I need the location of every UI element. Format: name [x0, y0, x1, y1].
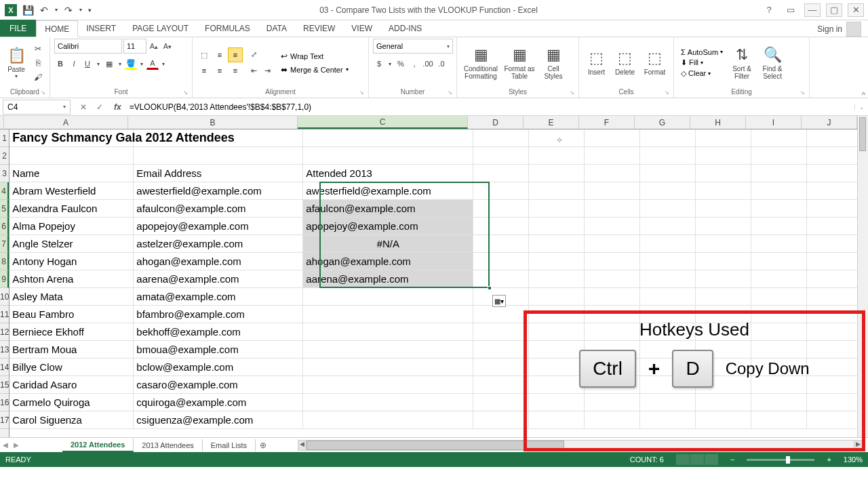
- cell-G9[interactable]: [640, 270, 696, 288]
- copy-icon[interactable]: ⎘: [31, 57, 45, 69]
- cell-B5[interactable]: afaulcon@example.com: [134, 200, 303, 218]
- cell-B8[interactable]: ahogan@example.com: [134, 253, 303, 270]
- cell-C10[interactable]: [303, 288, 473, 306]
- cell-E1[interactable]: [529, 129, 585, 147]
- page-layout-view-icon[interactable]: [690, 454, 704, 465]
- fill-button[interactable]: ⬇Fill▾: [678, 58, 726, 68]
- underline-dropdown-icon[interactable]: ▾: [95, 58, 102, 70]
- sheet-tab-2012[interactable]: 2012 Attendees: [62, 439, 134, 452]
- formula-input[interactable]: [125, 100, 854, 115]
- cell-D15[interactable]: [473, 376, 529, 394]
- cell-A14[interactable]: Billye Clow: [9, 359, 134, 376]
- col-header-I[interactable]: I: [746, 116, 802, 129]
- cell-H1[interactable]: [696, 129, 751, 147]
- cell-C16[interactable]: [303, 394, 473, 411]
- row-header-15[interactable]: 15: [0, 376, 9, 394]
- delete-cells-button[interactable]: ⬚ Delete: [612, 43, 638, 83]
- cell-I4[interactable]: [751, 182, 807, 200]
- cell-H10[interactable]: [696, 288, 751, 306]
- cell-F4[interactable]: [585, 182, 640, 200]
- cell-H3[interactable]: [696, 165, 751, 182]
- clear-button[interactable]: ◇Clear▾: [678, 68, 726, 79]
- cell-F2[interactable]: [585, 147, 640, 165]
- cell-I9[interactable]: [751, 270, 807, 288]
- cell-E10[interactable]: [529, 288, 585, 306]
- cell-C5[interactable]: afaulcon@example.com: [303, 200, 473, 218]
- decrease-indent-icon[interactable]: ⇤: [248, 65, 260, 77]
- align-bottom-icon[interactable]: ≡: [228, 47, 243, 62]
- align-middle-icon[interactable]: ≡: [212, 47, 227, 62]
- cell-B3[interactable]: Email Address: [134, 165, 303, 182]
- cell-B2[interactable]: [134, 147, 303, 165]
- redo-icon[interactable]: ↷: [61, 3, 76, 18]
- cell-H2[interactable]: [696, 147, 751, 165]
- tab-formulas[interactable]: FORMULAS: [197, 20, 258, 37]
- decrease-font-icon[interactable]: A▾: [161, 40, 174, 52]
- cell-A1[interactable]: Fancy Schmancy Gala 2012 Attendees: [9, 129, 134, 147]
- tab-data[interactable]: DATA: [258, 20, 295, 37]
- row-header-14[interactable]: 14: [0, 359, 9, 376]
- increase-font-icon[interactable]: A▴: [148, 40, 160, 52]
- cell-D1[interactable]: [473, 129, 529, 147]
- sheet-nav-prev-icon[interactable]: ◀: [0, 439, 11, 451]
- cell-F9[interactable]: [585, 270, 640, 288]
- qat-customize-icon[interactable]: ▾: [85, 3, 94, 18]
- col-header-G[interactable]: G: [635, 116, 690, 129]
- cell-H6[interactable]: [696, 218, 751, 235]
- tab-review[interactable]: REVIEW: [295, 20, 343, 37]
- align-center-icon[interactable]: ≡: [212, 63, 227, 78]
- align-left-icon[interactable]: ≡: [197, 63, 212, 78]
- row-header-4[interactable]: 4: [0, 182, 9, 200]
- cell-F1[interactable]: [585, 129, 640, 147]
- row-header-9[interactable]: 9: [0, 270, 9, 288]
- cell-H9[interactable]: [696, 270, 751, 288]
- normal-view-icon[interactable]: [676, 454, 690, 465]
- cell-I5[interactable]: [751, 200, 807, 218]
- save-icon[interactable]: 💾: [20, 3, 35, 18]
- cell-E9[interactable]: [529, 270, 585, 288]
- cell-A13[interactable]: Bertram Moua: [9, 341, 134, 359]
- cell-D2[interactable]: [473, 147, 529, 165]
- cell-G3[interactable]: [640, 165, 696, 182]
- tab-home[interactable]: HOME: [36, 20, 78, 37]
- orientation-icon[interactable]: ⤢: [248, 49, 260, 61]
- cell-E6[interactable]: [529, 218, 585, 235]
- italic-button[interactable]: I: [68, 58, 80, 70]
- cell-D7[interactable]: [473, 235, 529, 253]
- cell-C2[interactable]: [303, 147, 473, 165]
- cell-A17[interactable]: Carol Siguenza: [9, 411, 134, 429]
- file-tab[interactable]: FILE: [0, 20, 36, 37]
- tab-page-layout[interactable]: PAGE LAYOUT: [124, 20, 197, 37]
- cell-A5[interactable]: Alexandra Faulcon: [9, 200, 134, 218]
- cell-I10[interactable]: [751, 288, 807, 306]
- cell-A7[interactable]: Angle Stelzer: [9, 235, 134, 253]
- cell-D3[interactable]: [473, 165, 529, 182]
- cell-E8[interactable]: [529, 253, 585, 270]
- redo-dropdown-icon[interactable]: ▾: [77, 3, 84, 18]
- cell-D5[interactable]: [473, 200, 529, 218]
- sheet-nav-next-icon[interactable]: ▶: [11, 439, 22, 451]
- cell-C14[interactable]: [303, 359, 473, 376]
- tab-add-ins[interactable]: ADD-INS: [380, 20, 430, 37]
- col-header-F[interactable]: F: [579, 116, 635, 129]
- cell-J5[interactable]: [807, 200, 857, 218]
- fill-dropdown-icon[interactable]: ▾: [138, 58, 145, 70]
- fx-icon[interactable]: fx: [110, 102, 125, 112]
- cell-C1[interactable]: [303, 129, 473, 147]
- cell-E7[interactable]: [529, 235, 585, 253]
- cell-B7[interactable]: astelzer@example.com: [134, 235, 303, 253]
- cell-J2[interactable]: [807, 147, 857, 165]
- cell-H5[interactable]: [696, 200, 751, 218]
- cell-E5[interactable]: [529, 200, 585, 218]
- sort-filter-button[interactable]: ⇅ Sort & Filter: [728, 43, 756, 83]
- cell-F6[interactable]: [585, 218, 640, 235]
- row-header-17[interactable]: 17: [0, 411, 9, 429]
- cell-D13[interactable]: [473, 341, 529, 359]
- name-box[interactable]: C4 ▾: [3, 100, 71, 115]
- ribbon-display-icon[interactable]: ▭: [783, 3, 799, 17]
- cell-G7[interactable]: [640, 235, 696, 253]
- cell-G1[interactable]: [640, 129, 696, 147]
- format-painter-icon[interactable]: 🖌: [31, 71, 45, 83]
- cell-I2[interactable]: [751, 147, 807, 165]
- cell-B13[interactable]: bmoua@example.com: [134, 341, 303, 359]
